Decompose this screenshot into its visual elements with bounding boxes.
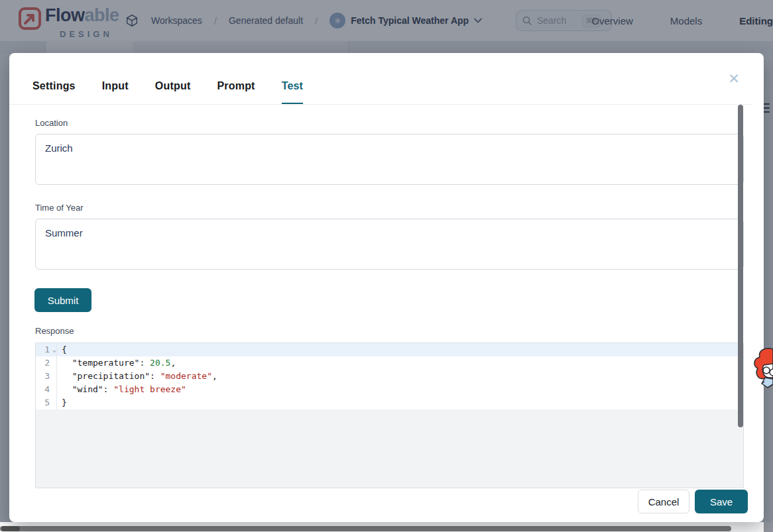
line-number: 1⌄ [36,343,57,356]
code-text: { [57,343,67,356]
overlay-corner [764,522,773,532]
horizontal-scrollbar[interactable] [0,526,731,531]
code-text: "wind": "light breeze" [57,383,186,396]
horizontal-scrollbar-cap[interactable] [1,526,20,531]
response-label: Response [35,326,74,336]
submit-button[interactable]: Submit [34,288,91,312]
screen: Flowable DESIGN Workspaces / Generated d… [0,0,773,532]
modal-vertical-scrollbar[interactable] [738,105,743,427]
tab-test[interactable]: Test [282,80,304,104]
fold-chevron-icon[interactable]: ⌄ [50,343,56,356]
line-number: 5 [36,396,57,409]
mascot-character [751,344,773,396]
code-text: "precipitation": "moderate", [57,370,217,383]
tab-input[interactable]: Input [102,80,129,104]
code-content: 1⌄ { 2 "temperature": 20.5, 3 "precipita… [36,343,743,409]
code-text: } [57,396,67,409]
line-number: 4 [36,383,57,396]
line-number: 2 [36,356,57,370]
cancel-button[interactable]: Cancel [638,490,689,513]
test-dialog: ✕ Settings Input Output Prompt Test Loca… [9,53,764,522]
code-line: 1⌄ { [36,343,743,356]
tab-prompt[interactable]: Prompt [217,80,255,104]
tab-settings[interactable]: Settings [32,80,76,104]
location-field[interactable]: Zurich [35,134,744,185]
line-number: 3 [36,370,57,383]
code-line: 4 "wind": "light breeze" [36,383,743,396]
dialog-tabs: Settings Input Output Prompt Test [9,80,753,105]
time-of-year-label: Time of Year [35,203,84,213]
save-button[interactable]: Save [695,490,748,513]
time-of-year-field[interactable]: Summer [35,219,744,270]
code-line: 2 "temperature": 20.5, [36,356,743,370]
code-text: "temperature": 20.5, [57,356,176,370]
location-label: Location [35,118,68,128]
code-line: 5 } [36,396,743,409]
code-line: 3 "precipitation": "moderate", [36,370,743,383]
response-code-editor[interactable]: 1⌄ { 2 "temperature": 20.5, 3 "precipita… [35,343,744,488]
tab-output[interactable]: Output [155,80,191,104]
